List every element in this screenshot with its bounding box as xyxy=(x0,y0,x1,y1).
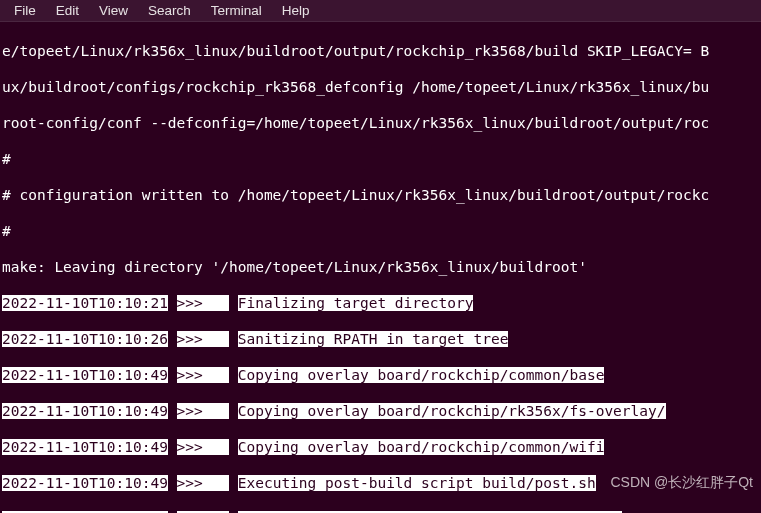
output-line: # xyxy=(2,150,759,168)
menu-bar: File Edit View Search Terminal Help xyxy=(0,0,761,22)
output-line: 2022-11-10T10:10:26 >>> Sanitizing RPATH… xyxy=(2,330,759,348)
output-line: # xyxy=(2,222,759,240)
output-line: 2022-11-10T10:10:49 >>> Copying overlay … xyxy=(2,438,759,456)
output-line: 2022-11-10T10:10:49 >>> Copying overlay … xyxy=(2,402,759,420)
menu-terminal[interactable]: Terminal xyxy=(201,0,272,22)
menu-search[interactable]: Search xyxy=(138,0,201,22)
output-line: e/topeet/Linux/rk356x_linux/buildroot/ou… xyxy=(2,42,759,60)
output-line: # configuration written to /home/topeet/… xyxy=(2,186,759,204)
output-line: 2022-11-10T10:10:49 >>> Copying overlay … xyxy=(2,366,759,384)
menu-view[interactable]: View xyxy=(89,0,138,22)
output-line: ux/buildroot/configs/rockchip_rk3568_def… xyxy=(2,78,759,96)
terminal-output[interactable]: e/topeet/Linux/rk356x_linux/buildroot/ou… xyxy=(0,22,761,513)
output-line: make: Leaving directory '/home/topeet/Li… xyxy=(2,258,759,276)
menu-edit[interactable]: Edit xyxy=(46,0,89,22)
output-line: root-config/conf --defconfig=/home/topee… xyxy=(2,114,759,132)
menu-file[interactable]: File xyxy=(4,0,46,22)
menu-help[interactable]: Help xyxy=(272,0,320,22)
output-line: 2022-11-10T10:10:21 >>> Finalizing targe… xyxy=(2,294,759,312)
watermark: CSDN @长沙红胖子Qt xyxy=(610,473,753,491)
